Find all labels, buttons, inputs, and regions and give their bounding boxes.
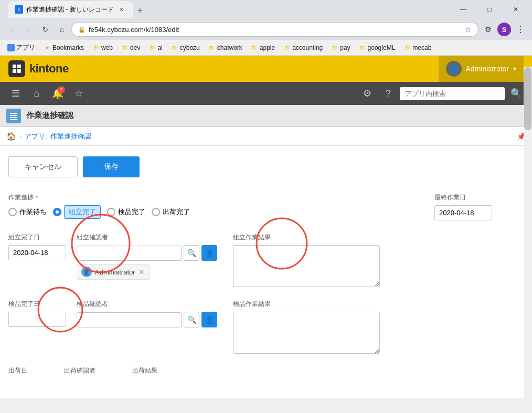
radio-group-progress: 作業待ち 組立完了 検品完了 出荷完了 [8, 205, 190, 219]
scrollbar[interactable] [524, 67, 532, 413]
inspection-date-label: 検品完了日 [8, 300, 66, 309]
minimize-button[interactable]: — [451, 2, 475, 17]
radio-label-assembly: 組立完了 [64, 205, 101, 219]
bookmark-bookmarks[interactable]: ★ Bookmarks [40, 43, 87, 53]
assembly-date-input[interactable] [8, 245, 66, 260]
forward-button[interactable]: › [21, 22, 36, 37]
last-work-date-input[interactable] [434, 205, 492, 220]
svg-rect-7 [10, 119, 17, 120]
bookmark-mecab[interactable]: 📁 mecab [400, 43, 434, 53]
cancel-button[interactable]: キャンセル [8, 156, 78, 177]
radio-item-shipping[interactable]: 出荷完了 [152, 207, 190, 217]
folder-icon: 📁 [359, 44, 366, 51]
browser-titlebar: k 作業進捗確認 - 新しいレコード ✕ + — □ ✕ [0, 0, 532, 19]
assembly-result-textarea[interactable] [233, 245, 380, 287]
bookmark-googleml[interactable]: 📁 googleML [356, 43, 399, 53]
bookmark-apple[interactable]: 📁 apple [248, 43, 278, 53]
radio-item-inspection[interactable]: 検品完了 [107, 207, 145, 217]
bookmark-chatwork[interactable]: 📁 chatwork [205, 43, 246, 53]
shipping-confirmer-group: 出荷確認者 [64, 366, 95, 375]
breadcrumb-separator: › [19, 133, 22, 140]
extensions-button[interactable]: ⚙ [481, 22, 495, 37]
inspection-date-input[interactable] [8, 312, 66, 327]
notification-badge: 2 [58, 86, 65, 93]
bookmark-cybozu[interactable]: 📁 cybozu [168, 43, 203, 53]
favorites-button[interactable]: ☆ [69, 84, 88, 103]
url-bar[interactable]: 🔒 fe54k.cybozu.com/k/1083/edit ☆ [71, 22, 478, 37]
assembly-date-group: 組立完了日 [8, 233, 66, 287]
progress-group: 作業進捗 * 作業待ち 組立完了 検品完了 [8, 193, 190, 220]
active-tab[interactable]: k 作業進捗確認 - 新しいレコード ✕ [8, 1, 133, 18]
save-button[interactable]: 保存 [83, 156, 140, 177]
help-button[interactable]: ? [379, 84, 398, 103]
svg-rect-0 [13, 65, 16, 68]
inspection-confirmer-search-button[interactable]: 🔍 [184, 312, 199, 327]
inspection-confirmer-input[interactable] [77, 312, 182, 327]
browser-menu-button[interactable]: ⋮ [513, 22, 528, 37]
assembly-date-label: 組立完了日 [8, 233, 66, 242]
back-button[interactable]: ‹ [4, 22, 19, 37]
assembly-confirmer-input-row: 🔍 👤 [77, 245, 217, 261]
bookmark-ai-label: ai [157, 44, 162, 51]
user-area[interactable]: 👤 Administrator ▾ [439, 56, 524, 82]
bookmark-mecab-label: mecab [412, 44, 431, 51]
bookmark-star-icon[interactable]: ☆ [465, 25, 472, 34]
radio-label-inspection: 検品完了 [118, 207, 145, 217]
close-button[interactable]: ✕ [504, 2, 528, 17]
assembly-confirmer-group: 組立確認者 🔍 👤 👤 Administrator ✕ [77, 233, 217, 287]
shipping-row: 出荷日 出荷確認者 出荷結果 [8, 366, 524, 375]
bookmark-ai[interactable]: 📁 ai [145, 43, 165, 53]
shipping-confirmer-label: 出荷確認者 [64, 366, 95, 375]
assembly-confirmer-input[interactable] [77, 246, 182, 261]
last-work-date-group: 最終作業日 [434, 193, 492, 220]
user-tag-remove-button[interactable]: ✕ [139, 268, 145, 276]
bookmark-accounting[interactable]: 📁 accounting [280, 43, 326, 53]
search-input[interactable] [400, 87, 505, 100]
user-name-label: Administrator [466, 65, 509, 73]
url-text: fe54k.cybozu.com/k/1083/edit [89, 26, 462, 34]
settings-button[interactable]: ⚙ [358, 84, 377, 103]
assembly-result-label: 組立作業結果 [233, 233, 380, 242]
home-button[interactable]: ⌂ [55, 22, 69, 37]
folder-icon: 📁 [208, 44, 216, 51]
app-title: 作業進捗確認 [26, 111, 73, 121]
last-work-date-label: 最終作業日 [434, 193, 492, 202]
new-tab-button[interactable]: + [133, 3, 147, 18]
inspection-confirmer-group: 検品確認者 🔍 👤 [77, 300, 217, 354]
progress-label: 作業進捗 * [8, 193, 190, 202]
tab-bar: k 作業進捗確認 - 新しいレコード ✕ + [4, 1, 152, 18]
search-button[interactable]: 🔍 [507, 84, 526, 103]
folder-icon: 📁 [92, 44, 100, 51]
bookmark-web-label: web [101, 44, 113, 51]
reload-button[interactable]: ↻ [38, 22, 52, 37]
user-icon: 👤 [205, 249, 214, 257]
bookmark-web[interactable]: 📁 web [89, 43, 116, 53]
shipping-result-group: 出荷結果 [132, 366, 157, 375]
radio-item-waiting[interactable]: 作業待ち [8, 207, 47, 217]
window-controls: — □ ✕ [451, 2, 528, 17]
home-nav-button[interactable]: ⌂ [27, 84, 46, 103]
bookmark-apps[interactable]: ⠿ アプリ [4, 41, 38, 54]
assembly-confirmer-tag: 👤 Administrator ✕ [77, 264, 150, 280]
svg-rect-2 [13, 69, 16, 73]
profile-icon[interactable]: S [497, 23, 511, 36]
notification-button[interactable]: 🔔 2 [48, 84, 67, 103]
inspection-confirmer-user-button[interactable]: 👤 [201, 312, 217, 327]
radio-item-assembly[interactable]: 組立完了 [53, 205, 101, 219]
scrollbar-thumb[interactable] [524, 67, 531, 130]
apps-label: アプリ [16, 43, 35, 52]
breadcrumb-app-link[interactable]: 作業進捗確認 [50, 132, 91, 141]
folder-icon: 📁 [121, 44, 129, 51]
inspection-result-textarea[interactable] [233, 312, 380, 354]
assembly-confirmer-user-button[interactable]: 👤 [201, 245, 217, 261]
restore-button[interactable]: □ [477, 2, 502, 17]
bookmark-pay[interactable]: 📁 pay [328, 43, 353, 53]
breadcrumb-home-icon[interactable]: 🏠 [6, 132, 16, 141]
search-icon: 🔍 [187, 315, 196, 324]
bookmark-dev[interactable]: 📁 dev [118, 43, 143, 53]
tab-close-button[interactable]: ✕ [117, 5, 126, 14]
list-icon [9, 112, 18, 120]
hamburger-menu-button[interactable]: ☰ [6, 84, 25, 103]
assembly-confirmer-search-button[interactable]: 🔍 [184, 245, 199, 261]
apps-icon: ⠿ [7, 44, 15, 51]
